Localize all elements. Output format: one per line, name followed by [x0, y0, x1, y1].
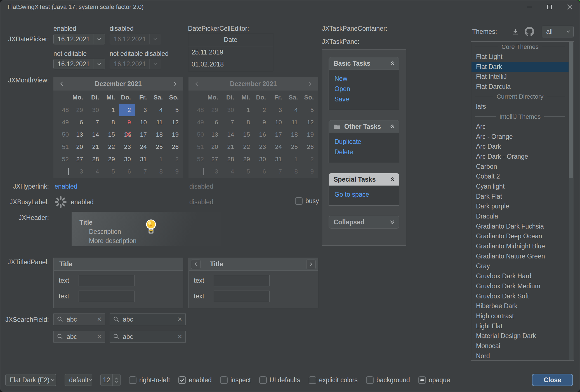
github-button[interactable]: [524, 26, 535, 37]
calendar-day[interactable]: 2: [119, 104, 135, 116]
checkbox-box[interactable]: [366, 376, 374, 384]
theme-list-item[interactable]: Gruvbox Dark Hard: [471, 271, 569, 281]
monthview-enabled[interactable]: Dezember 2021Mo.Di.Mi.Do.Fr.Sa.So.482930…: [53, 77, 183, 178]
close-button[interactable]: Close: [532, 374, 573, 386]
search-input-value[interactable]: abc: [67, 333, 94, 341]
search-field[interactable]: abc✕: [110, 331, 186, 343]
checkbox-ui-defaults[interactable]: UI defaults: [259, 376, 300, 384]
collapse-chevron-icon[interactable]: [390, 61, 395, 66]
theme-list-item[interactable]: Light Flat: [471, 321, 569, 331]
theme-list-item[interactable]: Monocai: [471, 341, 569, 351]
checkbox-box[interactable]: [259, 376, 267, 384]
text-input[interactable]: [79, 291, 135, 302]
calendar-day[interactable]: 5: [167, 104, 183, 116]
checkbox-box[interactable]: [178, 376, 186, 384]
checkbox-right-to-left[interactable]: right-to-left: [129, 376, 170, 384]
theme-list-item[interactable]: Arc Dark: [471, 142, 569, 152]
theme-list-item[interactable]: Arc Dark - Orange: [471, 152, 569, 162]
search-input-value[interactable]: abc: [123, 316, 174, 323]
datepicker-value[interactable]: 16.12.2021: [54, 35, 93, 43]
maximize-button[interactable]: [539, 0, 560, 14]
calendar-day[interactable]: 29: [103, 153, 119, 165]
task-link[interactable]: Go to space: [334, 189, 399, 200]
checkbox-opaque[interactable]: opaque: [418, 376, 450, 384]
clear-search-icon[interactable]: ✕: [94, 316, 105, 323]
table-row[interactable]: 01.02.2018: [188, 58, 273, 70]
text-input[interactable]: [79, 275, 135, 286]
theme-list-item[interactable]: Flat Light: [471, 52, 569, 62]
task-link[interactable]: Duplicate: [334, 137, 399, 147]
calendar-day[interactable]: 5: [103, 165, 119, 178]
checkbox-inspect[interactable]: inspect: [220, 376, 251, 384]
hyperlink-enabled[interactable]: enabled: [55, 183, 77, 190]
calendar-day[interactable]: 31: [135, 153, 151, 165]
calendar-day[interactable]: 7: [135, 165, 151, 178]
theme-list-item[interactable]: lafs: [471, 102, 569, 112]
checkbox-box[interactable]: [418, 376, 426, 384]
table-header-date[interactable]: Date: [188, 33, 273, 46]
calendar-day[interactable]: 3: [135, 104, 151, 116]
calendar-day[interactable]: 6: [71, 116, 87, 129]
theme-list-item[interactable]: Dracula: [471, 212, 569, 222]
calendar-day[interactable]: 16✕: [119, 129, 135, 141]
checkbox-explicit-colors[interactable]: explicit colors: [309, 376, 358, 384]
theme-list-item[interactable]: Gradianto Deep Ocean: [471, 231, 569, 241]
calendar-day[interactable]: 30: [87, 104, 103, 116]
calendar-day[interactable]: 19: [167, 129, 183, 141]
calendar-day[interactable]: 27: [71, 153, 87, 165]
search-field[interactable]: abc✕: [110, 313, 186, 325]
font-size-spinner[interactable]: 12: [100, 374, 121, 386]
theme-list-item[interactable]: Nord: [471, 351, 569, 361]
theme-list-item[interactable]: Dark Flat: [471, 191, 569, 201]
calendar-day[interactable]: 21: [87, 141, 103, 153]
theme-list-item[interactable]: Flat IntelliJ: [471, 72, 569, 82]
calendar-day[interactable]: 4: [87, 165, 103, 178]
calendar-day[interactable]: 24: [135, 141, 151, 153]
expand-chevron-icon[interactable]: [390, 220, 395, 225]
theme-list-item[interactable]: Gray: [471, 261, 569, 271]
table-row[interactable]: 25.11.2019: [188, 46, 273, 58]
spinner-buttons[interactable]: [112, 374, 120, 386]
calendar-day[interactable]: 11: [151, 116, 167, 129]
calendar-day[interactable]: 9: [119, 116, 135, 129]
task-link[interactable]: Save: [334, 94, 399, 104]
checkbox-background[interactable]: background: [366, 376, 410, 384]
calendar-day[interactable]: 17: [135, 129, 151, 141]
calendar-day[interactable]: 12: [167, 116, 183, 129]
laf-combo[interactable]: Flat Dark (F2): [5, 374, 56, 386]
calendar-day[interactable]: 30: [119, 153, 135, 165]
task-link[interactable]: New: [334, 73, 399, 84]
theme-list-item[interactable]: Flat Dark: [471, 62, 569, 72]
calendar-day[interactable]: 20: [71, 141, 87, 153]
calendar-day[interactable]: 7: [87, 116, 103, 129]
font-combo[interactable]: default: [65, 374, 92, 386]
clear-search-icon[interactable]: ✕: [94, 333, 105, 340]
theme-list-item[interactable]: Cyan light: [471, 182, 569, 192]
calendar-day[interactable]: 1: [151, 153, 167, 165]
calendar-day[interactable]: 18: [151, 129, 167, 141]
search-field[interactable]: abc✕: [53, 331, 105, 343]
checkbox-box[interactable]: [220, 376, 228, 384]
search-with-menu-icon[interactable]: [54, 333, 67, 340]
text-input[interactable]: [214, 275, 270, 286]
taskpane-title[interactable]: Special Tasks: [329, 173, 399, 186]
collapse-chevron-icon[interactable]: [390, 124, 395, 129]
datepicker-not-editable[interactable]: 16.12.2021: [53, 59, 105, 69]
theme-list-item[interactable]: Gradianto Midnight Blue: [471, 241, 569, 251]
theme-list-item[interactable]: Gradianto Nature Green: [471, 251, 569, 261]
theme-list-item[interactable]: Arc - Orange: [471, 132, 569, 142]
calendar-day[interactable]: 8: [103, 116, 119, 129]
theme-list-item[interactable]: Hiberbee Dark: [471, 301, 569, 311]
collapse-chevron-icon[interactable]: [390, 177, 395, 182]
download-themes-button[interactable]: [510, 27, 520, 37]
taskpane-title[interactable]: Basic Tasks: [329, 57, 399, 70]
search-icon[interactable]: [110, 316, 123, 323]
datepicker-enabled[interactable]: 16.12.2021: [53, 34, 105, 44]
prev-button[interactable]: [191, 260, 201, 269]
text-input[interactable]: [214, 291, 270, 302]
theme-list-item[interactable]: Dark purple: [471, 201, 569, 212]
calendar-day[interactable]: 23: [119, 141, 135, 153]
datepicker-dropdown-button[interactable]: [93, 34, 105, 44]
clear-search-icon[interactable]: ✕: [174, 333, 185, 340]
calendar-day[interactable]: 6: [119, 165, 135, 178]
